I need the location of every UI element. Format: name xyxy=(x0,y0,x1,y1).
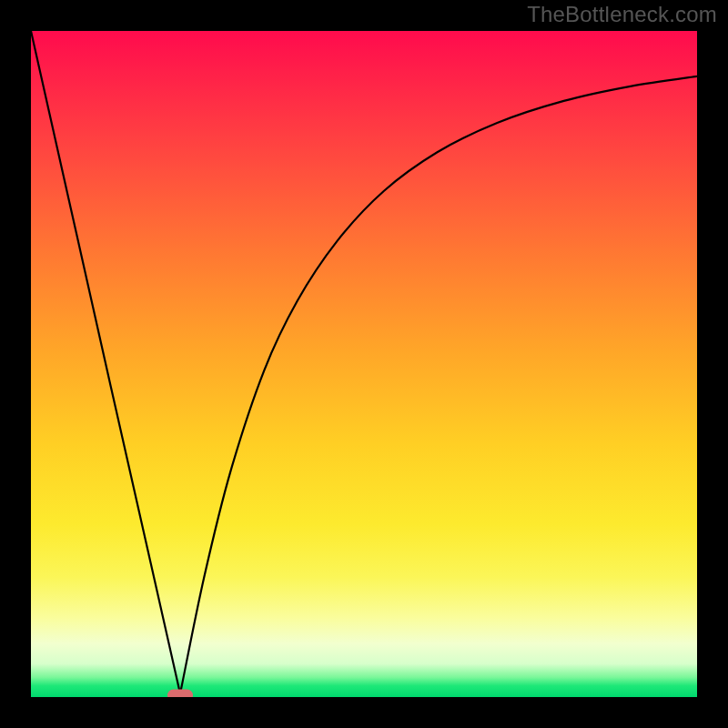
curve-left-branch xyxy=(31,31,180,693)
watermark-text: TheBottleneck.com xyxy=(527,2,717,27)
chart-stage: TheBottleneck.com xyxy=(0,0,728,728)
bottleneck-curve xyxy=(31,31,697,697)
curve-right-branch xyxy=(180,76,697,694)
plot-area xyxy=(31,31,697,697)
bottleneck-marker xyxy=(167,689,193,697)
